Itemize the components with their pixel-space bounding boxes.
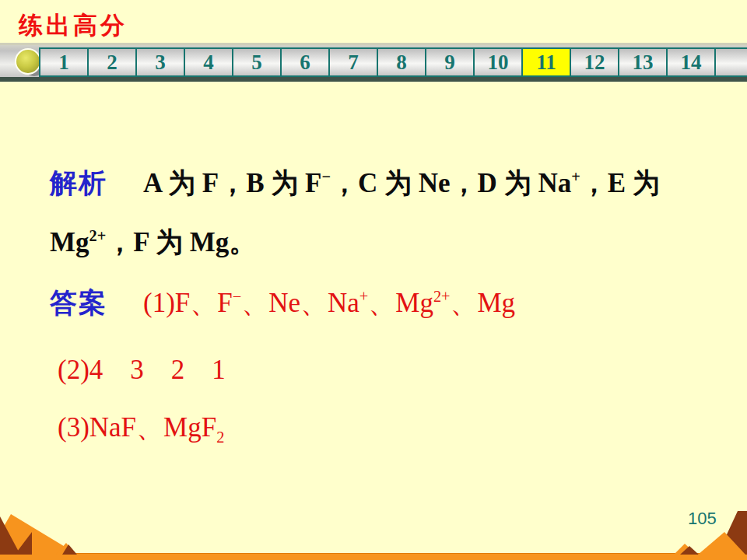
- nav-item-5[interactable]: 5: [232, 47, 282, 77]
- nav-item-14[interactable]: 14: [666, 47, 716, 77]
- answer-line-3: (3)NaF、MgF2: [58, 409, 224, 446]
- nav-item-12[interactable]: 12: [570, 47, 619, 77]
- answer-text-2: (2)4 3 2 1: [58, 355, 226, 385]
- analysis-line-2: Mg2+，F 为 Mg。: [50, 224, 256, 261]
- nav-item-8[interactable]: 8: [377, 47, 426, 77]
- analysis-text-2: Mg2+，F 为 Mg。: [50, 227, 256, 257]
- nav-item-4[interactable]: 4: [184, 47, 233, 77]
- slide-nav-bar: 1 2 3 4 5 6 7 8 9 10 11 12 13 14: [0, 43, 747, 82]
- nav-item-11[interactable]: 11: [521, 47, 571, 77]
- nav-item-9[interactable]: 9: [425, 47, 475, 77]
- sphere-ball: [15, 48, 41, 75]
- nav-item-10[interactable]: 10: [473, 47, 523, 77]
- answer-label: 答案: [50, 287, 107, 317]
- nav-item-7[interactable]: 7: [328, 47, 378, 77]
- analysis-label: 解析: [50, 167, 107, 198]
- slide: 练出高分 1 2 3 4 5 6 7 8 9 10 11 12 13 14 解析…: [0, 0, 747, 560]
- analysis-line-1: 解析A 为 F，B 为 F−，C 为 Ne，D 为 Na+，E 为: [50, 165, 660, 201]
- nav-item-3[interactable]: 3: [135, 47, 185, 77]
- nav-item-2[interactable]: 2: [87, 47, 137, 77]
- nav-item-13[interactable]: 13: [618, 47, 668, 77]
- analysis-text-1: A 为 F，B 为 F−，C 为 Ne，D 为 Na+，E 为: [143, 168, 660, 198]
- footer-bar: [0, 554, 747, 560]
- nav-item-stub: [714, 47, 747, 77]
- page-title: 练出高分: [19, 9, 128, 42]
- answer-line-2: (2)4 3 2 1: [58, 352, 226, 388]
- footer-mountains-decoration: [0, 509, 747, 560]
- nav-item-6[interactable]: 6: [280, 47, 330, 77]
- answer-text-1: (1)F、F−、Ne、Na+、Mg2+、Mg: [143, 288, 515, 318]
- nav-cells: 1 2 3 4 5 6 7 8 9 10 11 12 13 14: [39, 47, 747, 77]
- answer-line-1: 答案(1)F、F−、Ne、Na+、Mg2+、Mg: [50, 285, 515, 321]
- nav-bottom-strip: [0, 77, 747, 82]
- nav-item-1[interactable]: 1: [39, 47, 89, 77]
- answer-text-3: (3)NaF、MgF2: [58, 412, 224, 443]
